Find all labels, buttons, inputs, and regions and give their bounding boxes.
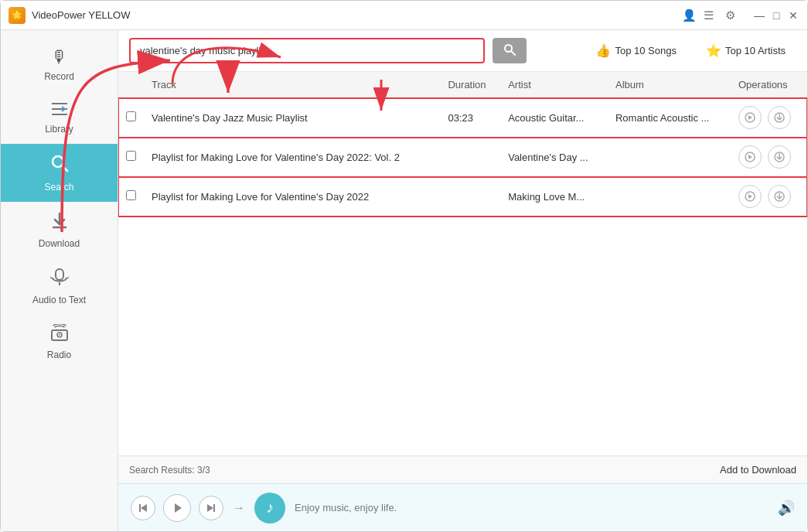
library-icon (50, 101, 69, 120)
sidebar: 🎙 Record Library (1, 30, 118, 531)
track-duration (440, 138, 500, 177)
sidebar-item-library[interactable]: Library (1, 91, 118, 144)
play-button[interactable] (163, 494, 191, 522)
svg-rect-6 (56, 269, 63, 280)
app-logo: 🌟 (9, 7, 26, 24)
svg-marker-23 (175, 503, 182, 513)
track-album: Romantic Acoustic ... (608, 98, 731, 138)
search-button[interactable] (493, 38, 527, 63)
table-area: Track Duration Artist Album Operations (118, 72, 807, 455)
sidebar-item-record[interactable]: 🎙 Record (1, 38, 118, 91)
track-operations (731, 138, 807, 177)
sidebar-item-download-label: Download (39, 238, 80, 249)
download-track-button[interactable] (768, 145, 791, 169)
content-area: valentine's day music playlist 👍 Top 10 … (118, 30, 807, 531)
row-checkbox[interactable] (126, 111, 136, 121)
track-artist: Valentine's Day ... (500, 138, 608, 177)
track-duration (440, 177, 500, 217)
gear-icon[interactable]: ⚙ (725, 9, 739, 22)
app-title: VideoPower YELLOW (32, 9, 676, 21)
table-header-row: Track Duration Artist Album Operations (118, 72, 807, 98)
track-album (608, 138, 731, 177)
thumbs-up-icon: 👍 (595, 43, 611, 58)
col-track: Track (144, 72, 440, 98)
download-track-button[interactable] (768, 106, 791, 129)
star-icon: ⭐ (706, 43, 721, 58)
radio-icon (49, 324, 70, 346)
main-layout: 🎙 Record Library (1, 30, 807, 531)
player-controls (131, 494, 223, 522)
search-bar-area: valentine's day music playlist 👍 Top 10 … (118, 30, 807, 72)
minimize-button[interactable]: — (753, 9, 765, 22)
sidebar-item-search-label: Search (44, 182, 73, 193)
person-icon[interactable]: 👤 (682, 9, 696, 22)
svg-line-12 (511, 51, 515, 55)
audio-to-text-icon (49, 268, 70, 291)
top-songs-label: Top 10 Songs (615, 45, 677, 56)
track-name: Playlist for Making Love for Valentine's… (144, 138, 440, 177)
list-icon[interactable]: ☰ (704, 9, 718, 22)
col-checkbox (118, 72, 144, 98)
player-arrow-icon: → (233, 501, 245, 515)
svg-line-4 (62, 166, 67, 172)
top-10-artists-button[interactable]: ⭐ Top 10 Artists (695, 39, 796, 63)
search-input-wrapper: valentine's day music playlist (129, 38, 485, 63)
track-name: Playlist for Making Love for Valentine's… (144, 177, 440, 217)
row-checkbox[interactable] (126, 190, 136, 200)
search-input[interactable]: valentine's day music playlist (131, 39, 483, 62)
row-checkbox-cell (118, 177, 144, 217)
track-duration: 03:23 (440, 98, 500, 138)
svg-marker-24 (207, 504, 213, 512)
track-artist: Acoustic Guitar... (500, 98, 608, 138)
download-track-button[interactable] (768, 185, 791, 208)
next-button[interactable] (199, 496, 223, 520)
prev-button[interactable] (131, 496, 155, 520)
volume-icon[interactable]: 🔊 (778, 500, 795, 517)
track-artist: Making Love M... (500, 177, 608, 217)
preview-button[interactable] (738, 185, 762, 208)
svg-rect-25 (213, 504, 215, 512)
status-bar: Search Results: 3/3 Add to Download (118, 455, 807, 483)
search-icon (49, 153, 70, 178)
sidebar-item-library-label: Library (45, 124, 73, 135)
maximize-button[interactable]: □ (770, 9, 782, 22)
status-text: Search Results: 3/3 (129, 465, 720, 476)
svg-marker-21 (141, 504, 147, 512)
results-table: Track Duration Artist Album Operations (118, 72, 807, 217)
row-checkbox-cell (118, 138, 144, 177)
track-name: Valentine's Day Jazz Music Playlist (144, 98, 440, 138)
sidebar-item-audio-to-text-label: Audio to Text (32, 295, 86, 305)
track-operations (731, 177, 807, 217)
row-checkbox[interactable] (126, 151, 136, 161)
track-operations (731, 98, 807, 138)
record-icon: 🎙 (51, 47, 68, 67)
row-checkbox-cell (118, 98, 144, 138)
preview-button[interactable] (738, 106, 762, 129)
app-window: 🌟 VideoPower YELLOW 👤 ☰ ⚙ — □ ✕ 🎙 Record (0, 0, 808, 532)
player-bar: → ♪ Enjoy music, enjoy life. 🔊 (118, 483, 807, 531)
music-note-icon: ♪ (254, 493, 285, 523)
sidebar-item-download[interactable]: Download (1, 202, 118, 258)
table-row: Playlist for Making Love for Valentine's… (118, 177, 807, 217)
add-to-download-button[interactable]: Add to Download (720, 464, 796, 476)
download-icon (50, 211, 69, 234)
top-artists-label: Top 10 Artists (725, 45, 786, 56)
sidebar-item-audio-to-text[interactable]: Audio to Text (1, 258, 118, 315)
col-duration: Duration (440, 72, 500, 98)
sidebar-item-search[interactable]: Search (1, 144, 118, 202)
title-bar-icons: 👤 ☰ ⚙ (682, 9, 739, 22)
title-bar: 🌟 VideoPower YELLOW 👤 ☰ ⚙ — □ ✕ (1, 1, 807, 30)
preview-button[interactable] (738, 145, 762, 169)
close-button[interactable]: ✕ (787, 9, 799, 22)
search-bar-container: valentine's day music playlist 👍 Top 10 … (118, 30, 807, 72)
window-controls: — □ ✕ (753, 9, 799, 22)
table-row: Playlist for Making Love for Valentine's… (118, 138, 807, 177)
table-row: Valentine's Day Jazz Music Playlist 03:2… (118, 98, 807, 138)
track-album (608, 177, 731, 217)
sidebar-item-radio[interactable]: Radio (1, 315, 118, 370)
top-10-songs-button[interactable]: 👍 Top 10 Songs (585, 39, 687, 63)
col-album: Album (608, 72, 731, 98)
player-tagline: Enjoy music, enjoy life. (295, 502, 769, 513)
sidebar-item-record-label: Record (44, 71, 74, 82)
top-buttons: 👍 Top 10 Songs ⭐ Top 10 Artists (585, 39, 796, 63)
